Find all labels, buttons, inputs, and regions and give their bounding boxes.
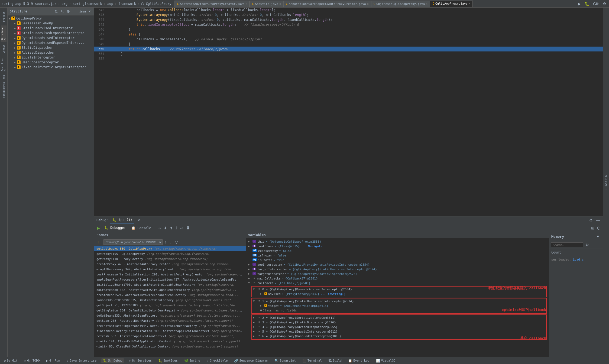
memory-expand-btn[interactable]: ▼ [595, 234, 601, 239]
settings-btn[interactable]: ⚙ [602, 1, 607, 6]
frame-item-5[interactable]: postProcessAfterInitialization:291, Abst… [94, 272, 246, 277]
frame-item-19[interactable]: <init>:85, ClassPathXmlApplicationContex… [94, 344, 246, 349]
var-rootclass[interactable]: ▶ p rootClass = {Class@2375} ... Navigat… [246, 244, 549, 249]
frame-item-18[interactable]: <init>:144, ClassPathXmlApplicationConte… [94, 339, 246, 344]
navigate-link[interactable]: ... Navigate [301, 245, 322, 248]
tab-cglib-active[interactable]: C CglibAopProxy.java × [430, 1, 473, 7]
tree-item-fixed-chain[interactable]: ▶ C FixedChainStaticTargetInterceptor [8, 65, 94, 70]
close-structure-btn[interactable]: × [88, 9, 92, 14]
tree-item-dynamic-exposed[interactable]: ▶ C DynamicUnadvisedExposedInterc... [8, 40, 94, 45]
tree-item-serializable[interactable]: ▶ C SerializableNoOp [8, 21, 94, 26]
memory-settings-btn[interactable]: ⚙ [584, 242, 590, 248]
status-java-enterprise[interactable]: ☕ Java Enterprise [65, 358, 98, 363]
frame-item-11[interactable]: getObject:-1, 497208183 (org.springframe… [94, 303, 246, 308]
sort-alpha-btn[interactable]: ⇅ [54, 9, 59, 14]
git-btn[interactable]: Git: [592, 1, 600, 6]
filter-btn[interactable]: ▽ [174, 239, 179, 245]
load-link[interactable]: Load c [573, 258, 584, 261]
frame-item-6[interactable]: applyBeanPostProcessorsAfterInitializati… [94, 277, 246, 282]
step-into-btn[interactable]: ⬇ [163, 225, 168, 231]
status-eventlog[interactable]: 📋 Event Log [346, 358, 371, 363]
frame-item-2[interactable]: getProxy:110, ProxyFactory (org.springfr… [94, 256, 246, 262]
debug-tab-app[interactable]: 🐛 App (1) [110, 217, 134, 223]
run-btn[interactable]: ▶ [577, 1, 582, 6]
right-tab-classlib[interactable]: Classlib [603, 173, 609, 192]
frame-item-17[interactable]: refresh:583, AbstractApplicationContext … [94, 334, 246, 339]
var-is-static[interactable]: ▶ 01 isStatic = true [246, 258, 549, 262]
step-out-btn[interactable]: ⤴ [174, 225, 179, 231]
status-sonar[interactable]: 🔍 SonarLint [273, 358, 297, 363]
breadcrumb-aop[interactable]: aop [107, 2, 113, 6]
sidebar-persistence[interactable]: Persistence [1, 82, 7, 98]
sort-btn[interactable]: ⇆ [60, 9, 65, 14]
status-checkstyle[interactable]: ✓ CheckStyle [205, 358, 229, 363]
status-sequence[interactable]: 🔗 Sequence Diagram [232, 358, 270, 363]
more-btn[interactable]: ⋯ [192, 225, 197, 231]
frame-item-9[interactable]: createBean:524, AbstractAutowireCapableB… [94, 292, 246, 298]
frame-item-16[interactable]: finishBeanFactoryInitialization:918, Abs… [94, 329, 246, 334]
sidebar-favorites[interactable]: 2: Favorites [1, 56, 7, 73]
pause-btn[interactable]: ⏸ [96, 239, 102, 245]
memory-search-input[interactable] [551, 242, 583, 247]
var-target-dispatcher[interactable]: ▶ p targetDispatcher = {CglibAopProxy$St… [246, 272, 549, 276]
status-build[interactable]: 🏗 Build [327, 358, 343, 363]
frame-item-15[interactable]: preInstantiateSingletons:944, DefaultLis… [94, 323, 246, 329]
status-run[interactable]: ▶ 4: Run [45, 358, 62, 363]
tab-abstract-advisor[interactable]: C AbstractAdvisorAutoProxyCreator.java × [174, 1, 250, 7]
tree-root[interactable]: ▼ C CglibAopProxy [8, 16, 94, 21]
tree-item-dynamic-unadvised[interactable]: ▶ C DynamicUnadvisedInterceptor [8, 35, 94, 40]
debug-btn[interactable]: 🐛 [584, 1, 590, 6]
evaluate-btn[interactable]: 🖩 [185, 225, 191, 231]
var-callback-5[interactable]: ▶ ≡ 5 = {CglibAopProxy$EqualsInterceptor… [252, 329, 546, 334]
var-this[interactable]: ▶ p this = {ObjenesisCglibAopProxy@2553} [246, 239, 549, 244]
sidebar-web[interactable]: Web [1, 73, 7, 81]
var-callback-0-advised[interactable]: ▶ f advised = {ProxyFactory@2432} ... to… [252, 292, 546, 296]
var-callback-1[interactable]: ▼ ≡ 1 = {CglibAopProxy$StaticUnadvisedIn… [252, 299, 546, 304]
up-frame-btn[interactable]: ↑ [164, 239, 168, 245]
sidebar-structure[interactable]: Z: Structure [1, 25, 7, 42]
tab-aop-utils[interactable]: C AopUtils.java × [250, 1, 283, 7]
thread-select[interactable]: "main"@1 in group "main": RUNNING [103, 239, 163, 245]
breadcrumb-springframework[interactable]: springframework [73, 2, 102, 6]
status-spring[interactable]: 🌿 Spring [183, 358, 202, 363]
tree-item-hashcode[interactable]: ▶ C HashCodeInterceptor [8, 60, 94, 65]
var-expose-proxy[interactable]: ▶ 01 exposeProxy = false [246, 249, 549, 253]
down-frame-btn[interactable]: ↓ [169, 239, 173, 245]
console-tab[interactable]: 📋 Console [129, 225, 153, 231]
status-git[interactable]: ⚙ 9: Git [2, 358, 19, 363]
var-callback-4[interactable]: ▶ ≡ 4 = {CglibAopProxy$AdvisedDispatcher… [252, 325, 546, 329]
status-services[interactable]: ⚡ 8: Services [127, 358, 153, 363]
status-spotbugs[interactable]: 🐛 SpotBugs [157, 358, 179, 363]
restore-layout-btn[interactable]: ⊞ [590, 225, 595, 231]
frame-item-1[interactable]: getProxy:195, CglibAopProxy (org.springf… [94, 251, 246, 256]
tab-objenesis[interactable]: C ObjenesisCglibAopProxy.java × [371, 1, 430, 7]
debugger-tab[interactable]: 🐛 Debugger [102, 225, 128, 231]
var-main-callbacks[interactable]: ▶ ≡ mainCallbacks = {Callback[7]@2581} [246, 276, 549, 281]
var-callbacks-expanded[interactable]: ▼ ≡ callbacks = {Callback[7]@2581} [246, 281, 549, 285]
breadcrumb-class[interactable]: ⬡ CglibAopProxy [141, 2, 171, 6]
mute-btn[interactable]: ⬡ [596, 225, 601, 231]
frame-item-7[interactable]: initializeBean:1790, AbstractAutowireCap… [94, 282, 246, 287]
tostring-link[interactable]: ... toString() [320, 292, 346, 296]
close-session-btn[interactable]: × [137, 217, 141, 223]
force-step-btn[interactable]: ⬆ [169, 225, 174, 231]
var-aop-interceptor[interactable]: ▶ p aopInterceptor = {CglibAopProxy$Dyna… [246, 262, 549, 267]
sidebar-commit[interactable]: Commit [1, 42, 7, 56]
frame-item-12[interactable]: getSingleton:234, DefaultSingletonBeanRe… [94, 308, 246, 313]
status-visualgc[interactable]: 📊 VisualGC [374, 358, 397, 363]
status-terminal[interactable]: ⬛ Terminal [301, 358, 323, 363]
collapse-btn[interactable]: — [72, 9, 78, 14]
tree-item-static-exposed[interactable]: ▶ C StaticUnadvisedExposedIntercepto [8, 31, 94, 35]
frame-item-13[interactable]: doGetBean:333, AbstractBeanFactory (org.… [94, 313, 246, 318]
frame-item-8[interactable]: doCreateBean:602, AbstractAutowireCapabl… [94, 287, 246, 292]
tree-item-static-dispatcher[interactable]: ▶ C StaticDispatcher [8, 45, 94, 50]
var-callback-3[interactable]: ▶ ≡ 3 = {CglibAopProxy$StaticDispatcher@… [252, 320, 546, 325]
resume-btn[interactable]: ▶ [96, 225, 101, 231]
step-over-btn[interactable]: ⇢ [157, 225, 162, 231]
frame-item-14[interactable]: getBean:208, AbstractBeanFactory (org.sp… [94, 318, 246, 323]
status-debug[interactable]: 🐛 5: Debug [101, 358, 124, 363]
frame-item-3[interactable]: createProxy:478, AbstractAutoProxyCreato… [94, 262, 246, 267]
tree-item-advised-dispatcher[interactable]: ▶ C AdvisedDispatcher [8, 50, 94, 55]
tree-item-static-unadvised[interactable]: ▶ C StaticUnadvisedInterceptor [8, 26, 94, 31]
tab-annotation-aware[interactable]: C AnnotationAwareAspectJAutoProxyCreator… [283, 1, 371, 7]
